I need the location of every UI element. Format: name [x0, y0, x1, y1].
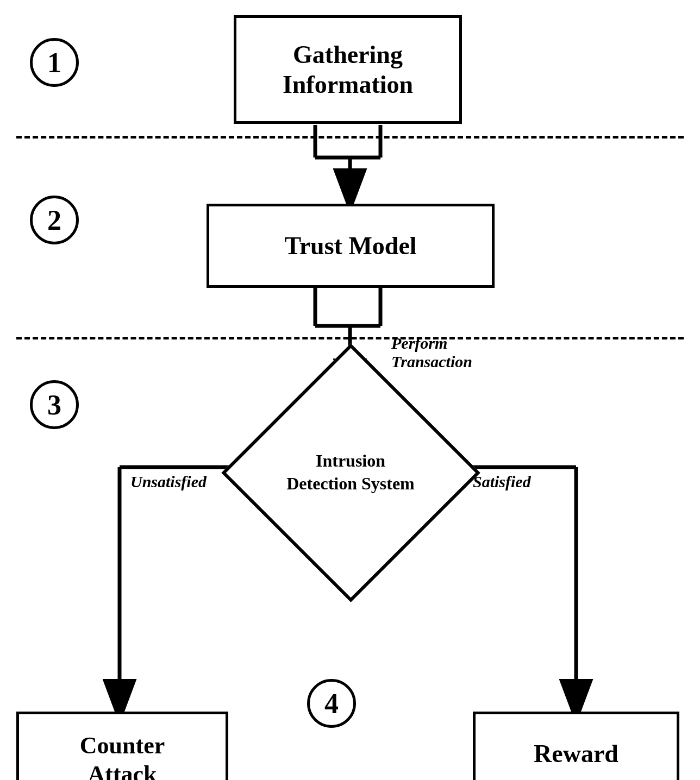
diagram-container: 1 2 3 4 Gathering Information Trust Mode…: [0, 0, 700, 780]
circle-step-4: 4: [307, 679, 356, 728]
dashed-line-2: [16, 337, 684, 339]
counter-attack-box: Counter Attack: [16, 712, 228, 780]
circle-step-1: 1: [30, 38, 79, 87]
gathering-information-box: Gathering Information: [234, 15, 462, 124]
reward-box: Reward: [473, 712, 679, 780]
unsatisfied-label: Unsatisfied: [130, 473, 207, 491]
dashed-line-1: [16, 136, 684, 139]
trust-model-box: Trust Model: [207, 204, 495, 288]
ids-label: Intrusion Detection System: [286, 450, 414, 495]
perform-transaction-label: Perform Transaction: [391, 334, 472, 371]
ids-diamond-wrapper: Intrusion Detection System: [209, 402, 492, 543]
ids-diamond: Intrusion Detection System: [226, 407, 476, 538]
satisfied-label: Satisfied: [473, 473, 531, 491]
circle-step-2: 2: [30, 196, 79, 244]
circle-step-3: 3: [30, 380, 79, 429]
